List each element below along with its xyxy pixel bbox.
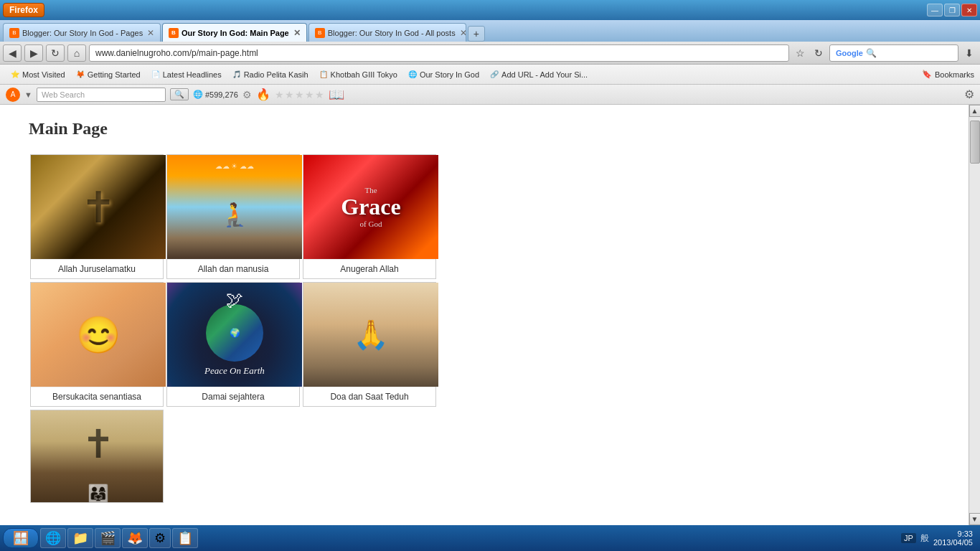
search-bar[interactable]: Google 🔍 — [829, 44, 958, 62]
reading-mode-icon[interactable]: 📖 — [329, 87, 344, 103]
grid-image-7: ✝ 👨‍👩‍👧 — [31, 410, 164, 503]
most-visited-label: Most Visited — [22, 70, 65, 79]
web-search-input[interactable]: Web Search — [37, 88, 166, 102]
grid-image-3: The Grace of God — [303, 155, 438, 259]
grace-text: The Grace of God — [341, 186, 401, 228]
grid-image-5: 🕊 🌍 Peace On Earth — [167, 283, 302, 387]
refresh-button[interactable]: ↻ — [46, 44, 65, 62]
peace-dove: 🕊 — [226, 290, 243, 310]
bookmarks-right-label: Bookmarks — [935, 70, 974, 79]
taskbar-ie[interactable]: 🌐 — [40, 528, 66, 548]
rank-icon: 🌐 — [193, 90, 203, 99]
grid-image-6: 🙏 — [303, 283, 438, 387]
toolbar-gear-button[interactable]: ⚙ — [964, 88, 974, 101]
prayer-image: 🙏 — [303, 283, 438, 387]
date-display: 2013/04/05 — [933, 538, 973, 547]
scroll-thumb[interactable] — [970, 121, 980, 164]
title-bar: Firefox — ❐ ✕ — [0, 0, 980, 20]
bookmark-radio-pelita[interactable]: 🎵 Radio Pelita Kasih — [227, 68, 313, 81]
star-4[interactable]: ★ — [305, 89, 314, 100]
web-search-placeholder: Web Search — [42, 90, 85, 99]
grid-item-7[interactable]: ✝ 👨‍👩‍👧 — [30, 410, 164, 503]
title-bar-left: Firefox — [3, 3, 44, 17]
page-title: Main Page — [29, 119, 940, 138]
google-logo: Google — [836, 49, 863, 57]
new-tab-button[interactable]: + — [468, 26, 485, 42]
bookmark-latest-headlines-label: Latest Headlines — [163, 70, 222, 79]
alexa-dropdown[interactable]: ▼ — [24, 90, 32, 99]
web-search-button[interactable]: 🔍 — [170, 88, 189, 100]
taskbar-chrome[interactable]: ⚙ — [149, 528, 171, 548]
scroll-down-button[interactable]: ▼ — [969, 513, 981, 525]
bookmark-add-url[interactable]: 🔗 Add URL - Add Your Si... — [485, 68, 592, 81]
taskbar-notes[interactable]: 📋 — [172, 528, 198, 548]
back-button[interactable]: ◀ — [3, 44, 22, 62]
child-image: 😊 — [31, 283, 166, 387]
bookmark-latest-headlines[interactable]: 📄 Latest Headlines — [146, 68, 226, 81]
tab-close-active-icon[interactable]: ✕ — [293, 28, 301, 38]
tab-label-active: Our Story In God: Main Page — [182, 29, 289, 37]
close-button[interactable]: ✕ — [961, 4, 977, 17]
grid-image-2: ☁☁ ☀ ☁☁ 🧎 — [167, 155, 302, 259]
grid-item-4[interactable]: 😊 Bersukacita senantiasa — [30, 282, 164, 407]
address-bar[interactable]: www.danielnugroho.com/p/main-page.html — [89, 44, 789, 62]
bookmark-getting-started[interactable]: 🦊 Getting Started — [71, 68, 145, 81]
grid-item-1[interactable]: Allah Juruselamatku — [30, 154, 164, 279]
grid-item-5[interactable]: 🕊 🌍 Peace On Earth Damai sejahtera — [166, 282, 300, 407]
grid-label-1: Allah Juruselamatku — [31, 259, 163, 278]
most-visited-icon: ⭐ — [10, 70, 20, 80]
taskbar-firefox[interactable]: 🦊 — [122, 528, 148, 548]
tab-main-page[interactable]: B Our Story In God: Main Page ✕ — [162, 23, 307, 42]
tab-label: Blogger: Our Story In God - Pages — [22, 29, 143, 37]
god-man-image: ☁☁ ☀ ☁☁ 🧎 — [167, 155, 302, 259]
start-button[interactable]: 🪟 — [3, 528, 39, 548]
forward-button[interactable]: ▶ — [24, 44, 43, 62]
star-3[interactable]: ★ — [295, 89, 304, 100]
web-search-bar: A ▼ Web Search 🔍 🌐 #599,276 ⚙ 🔥 ★ ★ ★ ★ … — [0, 85, 980, 105]
bookmark-our-story[interactable]: 🌐 Our Story In God — [403, 68, 484, 81]
bookmarks-icon: 🔖 — [922, 70, 932, 79]
grid-label-5: Damai sejahtera — [167, 387, 299, 406]
refresh2-button[interactable]: ↻ — [811, 44, 826, 62]
taskbar-media[interactable]: 🎬 — [95, 528, 121, 548]
star-1[interactable]: ★ — [275, 89, 284, 100]
tab-favicon-active: B — [169, 28, 179, 38]
tab-bar: B Blogger: Our Story In God - Pages ✕ B … — [0, 20, 980, 42]
rating-stars[interactable]: ★ ★ ★ ★ ★ — [275, 89, 324, 100]
main-content: Main Page Allah Juruselamatku ☁☁ ☀ ☁☁ 🧎 … — [0, 105, 969, 525]
cross-image — [31, 155, 166, 259]
alexa-logo[interactable]: A — [6, 88, 20, 102]
star-2[interactable]: ★ — [285, 89, 294, 100]
tab-all-posts[interactable]: B Blogger: Our Story In God - All posts … — [308, 23, 466, 42]
firefox-menu-button[interactable]: Firefox — [3, 3, 44, 17]
content-grid: Allah Juruselamatku ☁☁ ☀ ☁☁ 🧎 Allah dan … — [29, 153, 940, 504]
grid-item-6[interactable]: 🙏 Doa dan Saat Teduh — [303, 282, 436, 407]
tab-favicon: B — [9, 28, 19, 38]
tab-close-2-icon[interactable]: ✕ — [460, 28, 466, 38]
star-button[interactable]: ☆ — [792, 44, 808, 62]
grid-label-2: Allah dan manusia — [167, 259, 299, 278]
radio-pelita-icon: 🎵 — [232, 70, 242, 80]
grid-item-3[interactable]: The Grace of God Anugerah Allah — [303, 154, 436, 279]
most-visited-bookmark[interactable]: ⭐ Most Visited — [6, 68, 70, 81]
tab-favicon-2: B — [315, 28, 325, 38]
title-bar-controls: — ❐ ✕ — [927, 4, 977, 17]
minimize-button[interactable]: — — [927, 4, 943, 17]
download-button[interactable]: ⬇ — [961, 44, 977, 62]
scroll-track[interactable] — [969, 117, 980, 513]
maximize-button[interactable]: ❐ — [944, 4, 960, 17]
tab-close-icon[interactable]: ✕ — [147, 28, 154, 38]
our-story-icon: 🌐 — [407, 70, 418, 80]
add-url-icon: 🔗 — [489, 70, 499, 80]
bookmarks-right-btn[interactable]: 🔖 Bookmarks — [922, 70, 974, 79]
scroll-up-button[interactable]: ▲ — [969, 105, 981, 117]
taskbar-explorer[interactable]: 📁 — [67, 528, 93, 548]
grid-item-2[interactable]: ☁☁ ☀ ☁☁ 🧎 Allah dan manusia — [166, 154, 300, 279]
settings-icon[interactable]: ⚙ — [242, 89, 252, 100]
tab-blogger-pages[interactable]: B Blogger: Our Story In God - Pages ✕ — [3, 23, 161, 42]
home-button[interactable]: ⌂ — [67, 44, 86, 62]
fire-icon[interactable]: 🔥 — [256, 88, 270, 101]
star-5[interactable]: ★ — [315, 89, 324, 100]
bookmark-khotbah[interactable]: 📋 Khotbah GIII Tokyo — [314, 68, 402, 81]
address-text: www.danielnugroho.com/p/main-page.html — [95, 48, 258, 58]
